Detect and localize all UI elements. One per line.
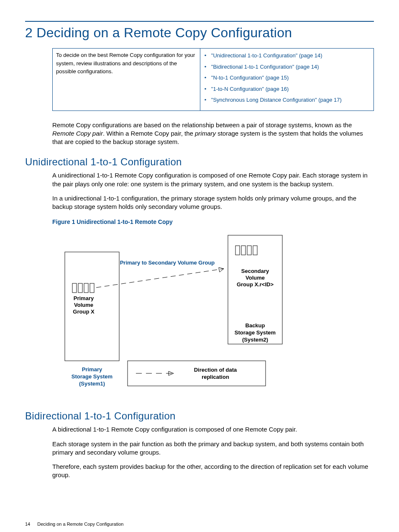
fig-primary-sys-label: (System1) [79,380,105,387]
figure-caption: Figure 1 Unidirectional 1-to-1 Remote Co… [52,218,374,225]
config-link[interactable]: "Synchronous Long Distance Configuration… [204,96,370,104]
section-title-bidirectional: Bidirectional 1-to-1 Configuration [25,410,374,422]
footer-title: Deciding on a Remote Copy Configuration [37,522,123,527]
svg-rect-1 [72,283,77,293]
body-paragraph: A bidirectional 1-to-1 Remote Copy confi… [52,425,374,434]
fig-secondary-vg-label: Secondary [241,268,269,274]
box-left-text: To decide on the best Remote Copy config… [53,49,200,111]
fig-primary-vg-label: Group X [73,308,95,315]
section-title-unidirectional: Unidirectional 1-to-1 Configuration [25,156,374,168]
svg-line-10 [96,269,224,288]
svg-rect-2 [78,283,82,293]
body-paragraph: A unidirectional 1-to-1 Remote Copy conf… [52,171,374,188]
fig-legend-label: replication [202,374,229,380]
svg-rect-3 [84,283,88,293]
svg-rect-9 [253,246,257,255]
config-link[interactable]: "N-to-1 Configuration" (page 15) [204,74,370,82]
body-paragraph: In a unidirectional 1-to-1 configuration… [52,194,374,211]
fig-secondary-vg-label: Group X.r<ID> [237,281,274,288]
fig-legend-label: Direction of data [194,367,237,373]
intro-paragraph: Remote Copy configurations are based on … [52,121,374,146]
fig-primary-vg-label: Primary [74,295,94,301]
fig-backup-sys-label: Backup [246,322,265,329]
page-footer: 14 Deciding on a Remote Copy Configurati… [25,522,374,527]
page-number: 14 [25,522,30,527]
chapter-title: 2 Deciding on a Remote Copy Configuratio… [25,25,374,41]
fig-backup-sys-label: (System2) [242,337,268,343]
fig-arrow-label: Primary to Secondary Volume Group [120,260,215,266]
config-link[interactable]: "1-to-N Configuration" (page 16) [204,85,370,93]
svg-rect-4 [90,283,94,293]
fig-primary-sys-label: Storage System [72,373,113,380]
fig-primary-vg-label: Volume [74,302,93,308]
body-paragraph: Each storage system in the pair function… [52,440,374,457]
svg-rect-7 [241,246,246,255]
config-overview-box: To decide on the best Remote Copy config… [52,48,374,111]
config-link[interactable]: "Unidirectional 1-to-1 Configuration" (p… [204,51,370,60]
body-paragraph: Therefore, each system provides backup f… [52,463,374,480]
svg-marker-11 [219,267,224,272]
fig-secondary-vg-label: Volume [246,275,265,281]
config-link[interactable]: "Bidirectional 1-to-1 Configuration" (pa… [204,63,370,71]
figure-1-diagram: Primary Volume Group X Primary Storage S… [52,231,374,400]
fig-backup-sys-label: Storage System [235,329,276,336]
svg-rect-8 [247,246,251,255]
config-link-list: "Unidirectional 1-to-1 Configuration" (p… [204,51,370,104]
svg-rect-6 [235,246,240,255]
fig-primary-sys-label: Primary [82,366,102,373]
